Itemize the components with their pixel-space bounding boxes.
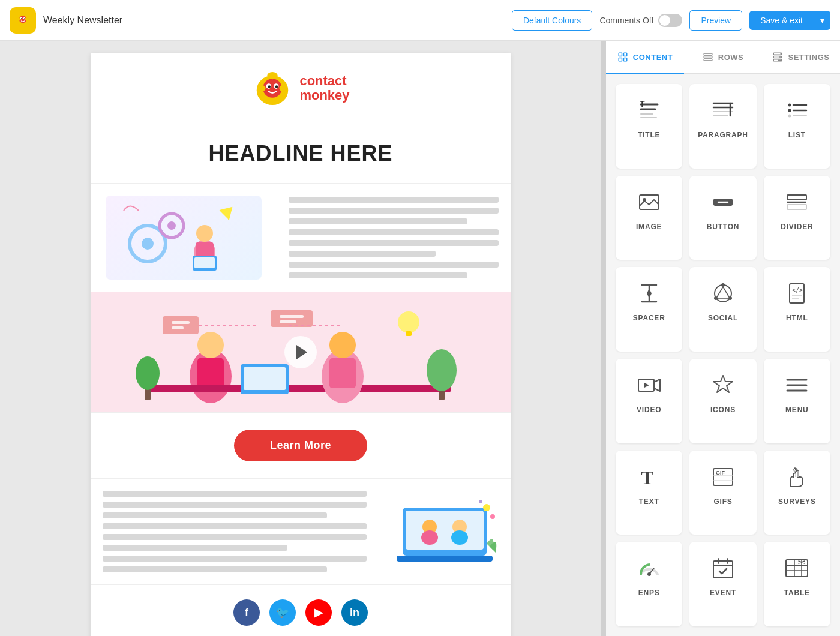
svg-rect-32 (244, 367, 286, 390)
app-logo (10, 7, 36, 34)
content-item-table[interactable]: TABLE (764, 542, 830, 626)
text-placeholder-1 (289, 197, 499, 203)
canvas-area[interactable]: contact monkey HEADLINE HERE (0, 41, 601, 636)
content-item-list[interactable]: LIST (764, 84, 830, 169)
social-label: SOCIAL (708, 314, 738, 322)
save-exit-button[interactable]: Save & exit (749, 11, 814, 30)
content-item-button[interactable]: BUTTON (689, 176, 756, 260)
svg-marker-113 (644, 383, 649, 388)
save-exit-dropdown[interactable]: ▾ (814, 11, 830, 30)
svg-point-20 (167, 221, 176, 230)
learn-more-button[interactable]: Learn More (234, 430, 367, 461)
svg-rect-62 (619, 58, 622, 61)
content-item-gifs[interactable]: GIF GIFS (689, 451, 756, 535)
content-item-spacer[interactable]: SPACER (616, 267, 682, 352)
social-icon-facebook[interactable]: f (233, 599, 260, 626)
svg-point-85 (788, 109, 791, 112)
svg-point-16 (268, 72, 278, 79)
svg-rect-131 (786, 560, 808, 577)
button-label: BUTTON (707, 223, 740, 231)
content-item-image[interactable]: IMAGE (616, 176, 682, 260)
svg-point-83 (788, 104, 791, 107)
tab-rows[interactable]: ROWS (684, 41, 762, 74)
tab-content[interactable]: CONTENT (606, 41, 684, 74)
svg-rect-30 (151, 385, 451, 392)
email-bottom-illustration (379, 479, 511, 584)
spacer-label: SPACER (633, 314, 665, 322)
menu-icon (782, 371, 811, 400)
svg-point-59 (479, 500, 482, 503)
event-icon (709, 554, 737, 583)
svg-rect-56 (397, 556, 493, 562)
svg-point-37 (427, 349, 457, 391)
svg-text:</>: </> (792, 287, 803, 293)
comments-label: Comments Off (599, 16, 653, 25)
text-label: TEXT (639, 497, 659, 506)
content-item-text[interactable]: T TEXT (616, 451, 682, 535)
svg-point-102 (721, 283, 725, 287)
content-item-html[interactable]: </> HTML (764, 267, 830, 352)
svg-rect-65 (704, 56, 712, 58)
svg-point-22 (196, 225, 213, 242)
svg-rect-61 (623, 53, 626, 56)
content-item-icons[interactable]: ICONS (689, 359, 756, 443)
svg-rect-40 (163, 316, 199, 334)
enps-icon (635, 554, 664, 583)
svg-rect-42 (172, 326, 184, 329)
canvas-scrollbar-divider (601, 41, 606, 636)
email-bottom-text (91, 479, 379, 584)
topbar: Weekly Newsletter Default Colours Commen… (0, 0, 840, 41)
social-icon-twitter[interactable]: 🐦 (269, 599, 296, 626)
tab-settings[interactable]: SETTINGS (762, 41, 840, 74)
email-video-section (91, 292, 511, 413)
image-icon (635, 188, 664, 217)
email-two-col (91, 184, 511, 292)
svg-marker-99 (647, 289, 652, 293)
text-placeholder-8 (289, 272, 467, 278)
svg-point-34 (329, 332, 356, 358)
content-item-enps[interactable]: ENPS (616, 542, 682, 626)
page-title: Weekly Newsletter (43, 15, 505, 26)
topbar-actions: Default Colours Comments Off Preview Sav… (512, 10, 830, 31)
content-item-surveys[interactable]: SURVEYS (764, 451, 830, 535)
svg-point-9 (263, 79, 283, 98)
table-icon (782, 554, 811, 583)
menu-label: MENU (785, 406, 809, 414)
headline-text: HEADLINE HERE (105, 141, 496, 166)
svg-point-87 (788, 115, 791, 118)
text-icon: T (635, 463, 664, 491)
panel-tabs: CONTENT ROWS SETTINGS (606, 41, 840, 74)
default-colours-button[interactable]: Default Colours (512, 10, 593, 31)
video-play-button[interactable] (284, 336, 317, 368)
content-item-event[interactable]: EVENT (689, 542, 756, 626)
preview-button[interactable]: Preview (689, 10, 742, 31)
comments-switch[interactable] (658, 14, 682, 27)
svg-rect-127 (713, 561, 733, 578)
html-label: HTML (786, 314, 808, 322)
contact-monkey-logo: contact monkey (251, 67, 349, 109)
social-icon-youtube[interactable]: ▶ (305, 599, 332, 626)
content-grid: T TITLE PARAGRAPH (606, 74, 840, 636)
social-icon-linkedin[interactable]: in (341, 599, 368, 626)
content-item-menu[interactable]: MENU (764, 359, 830, 443)
button-icon (709, 188, 737, 217)
spacer-icon (635, 279, 664, 308)
content-item-title[interactable]: T TITLE (616, 84, 682, 169)
content-item-video[interactable]: VIDEO (616, 359, 682, 443)
svg-rect-25 (194, 257, 215, 268)
email-cta-section: Learn More (91, 413, 511, 479)
video-thumbnail[interactable] (91, 292, 511, 412)
svg-point-14 (259, 85, 266, 92)
content-item-divider[interactable]: DIVIDER (764, 176, 830, 260)
content-item-social[interactable]: SOCIAL (689, 267, 756, 352)
list-icon (782, 96, 811, 125)
svg-marker-100 (647, 293, 652, 298)
divider-icon (782, 188, 811, 217)
svg-point-57 (483, 504, 490, 511)
svg-rect-45 (280, 320, 296, 323)
content-item-paragraph[interactable]: PARAGRAPH (689, 84, 756, 169)
text-placeholder-7 (289, 262, 499, 268)
svg-point-53 (421, 530, 438, 545)
svg-rect-60 (619, 53, 622, 56)
video-label: VIDEO (637, 406, 661, 414)
